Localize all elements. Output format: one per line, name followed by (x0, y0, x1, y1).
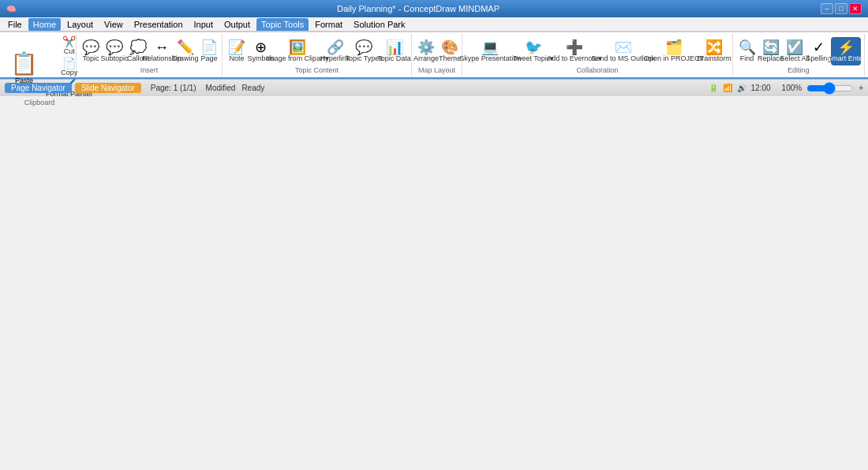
replace-button[interactable]: 🔄Replace (760, 39, 782, 63)
spelling-button[interactable]: ✓Spelling (807, 39, 829, 63)
topic-types-button[interactable]: 💬Topic Types (349, 39, 379, 63)
close-button[interactable]: ✕ (849, 3, 862, 14)
drawing-icon: ✏️ (177, 40, 194, 54)
menu-topic-tools[interactable]: Topic Tools (256, 18, 309, 31)
topic-icon: 💬 (82, 40, 99, 54)
menu-input[interactable]: Input (189, 18, 218, 31)
menu-layout[interactable]: Layout (62, 18, 98, 31)
topic-button[interactable]: 💬Topic (80, 39, 102, 63)
ribbon-group-insert1: 💬Topic 💬Subtopic 💭Callout ↔️Relationship… (77, 34, 223, 76)
ribbon-group-topic-content: 📝Note ⊕Symbols 🖼️Image from Clipart▾ 🔗Hy… (223, 34, 412, 76)
evernote-icon: ➕ (566, 40, 583, 54)
ribbon-group-map-layout: ⚙️Arrange 🎨Theme Map Layout (412, 34, 462, 76)
titlebar: 🧠 Daily Planning* - ConceptDraw MINDMAP … (0, 0, 868, 17)
ribbon-group-clipboard: 📋 Paste ✂️Cut 📄Copy 🖌️Format Painter Cli… (3, 34, 77, 76)
topic-content-buttons: 📝Note ⊕Symbols 🖼️Image from Clipart▾ 🔗Hy… (226, 35, 408, 66)
slide-navigator-button[interactable]: Slide Navigator (75, 83, 141, 93)
skype-button[interactable]: 💻Skype Presentation (466, 39, 514, 63)
copy-icon: 📄 (62, 58, 76, 69)
statusbar: Page Navigator Slide Navigator Page: 1 (… (0, 79, 868, 96)
topic-types-icon: 💬 (355, 40, 372, 54)
menu-home[interactable]: Home (28, 18, 61, 31)
note-button[interactable]: 📝Note (226, 39, 248, 63)
image-icon: 🖼️ (289, 40, 306, 54)
menu-presentation[interactable]: Presentation (129, 18, 188, 31)
menu-file[interactable]: File (3, 18, 27, 31)
paste-icon: 📋 (10, 50, 38, 76)
smart-enter-button[interactable]: ⚡ Smart Enter (831, 37, 861, 65)
cut-icon: ✂️ (62, 36, 76, 47)
tweet-button[interactable]: 🐦Tweet Topic▾ (516, 39, 551, 63)
sys-icon-battery: 🔋 (709, 84, 718, 92)
topic-data-button[interactable]: 📊Topic Data (380, 39, 408, 63)
window-title: Daily Planning* - ConceptDraw MINDMAP (16, 4, 821, 13)
drawing-button[interactable]: ✏️Drawing (174, 39, 196, 63)
subtopic-button[interactable]: 💬Subtopic (103, 39, 125, 63)
callout-icon: 💭 (129, 40, 147, 54)
relationship-icon: ↔️ (155, 40, 169, 54)
page-button[interactable]: 📄Page (198, 39, 220, 63)
skype-icon: 💻 (481, 40, 499, 54)
page-navigator-button[interactable]: Page Navigator (5, 83, 72, 93)
arrange-icon: ⚙️ (417, 40, 435, 54)
open-project-button[interactable]: 🗂️Open in PROJECT (650, 39, 698, 63)
ribbon-group-collaboration: 💻Skype Presentation 🐦Tweet Topic▾ ➕Add t… (462, 34, 732, 76)
page-icon: 📄 (200, 40, 218, 54)
ribbon-group-editing: 🔍Find 🔄Replace ☑️Select All ✓Spelling ⚡ … (733, 34, 865, 76)
outlook-button[interactable]: ✉️Send to MS Outlook (598, 39, 649, 63)
theme-button[interactable]: 🎨Theme (439, 39, 461, 63)
select-all-icon: ☑️ (786, 40, 803, 54)
replace-icon: 🔄 (762, 40, 780, 54)
find-icon: 🔍 (739, 40, 756, 54)
hyperlink-button[interactable]: 🔗Hyperlink (323, 39, 347, 63)
select-all-button[interactable]: ☑️Select All (784, 39, 806, 63)
ribbon-content: 📋 Paste ✂️Cut 📄Copy 🖌️Format Painter Cli… (0, 32, 868, 77)
ready-status: Ready (241, 84, 264, 92)
menubar: File Home Layout View Presentation Input… (0, 17, 868, 32)
ribbon: 📋 Paste ✂️Cut 📄Copy 🖌️Format Painter Cli… (0, 32, 868, 79)
sys-icon-sound: 🔊 (737, 84, 746, 92)
menu-output[interactable]: Output (219, 18, 255, 31)
menu-solution-park[interactable]: Solution Park (349, 18, 410, 31)
smart-enter-icon: ⚡ (837, 40, 855, 54)
image-from-clipart-button[interactable]: 🖼️Image from Clipart▾ (274, 39, 320, 63)
relationship-button[interactable]: ↔️Relationship (151, 39, 173, 63)
paste-button[interactable]: 📋 Paste (6, 49, 42, 86)
tweet-icon: 🐦 (525, 40, 542, 54)
zoom-in-button[interactable]: + (859, 84, 863, 92)
window-controls: – □ ✕ (821, 3, 862, 14)
hyperlink-icon: 🔗 (327, 40, 344, 54)
modified-status: Modified (206, 84, 236, 92)
open-project-icon: 🗂️ (665, 40, 683, 54)
sys-time: 12:00 (751, 84, 771, 92)
subtopic-icon: 💬 (106, 40, 123, 54)
theme-icon: 🎨 (441, 40, 458, 54)
menu-format[interactable]: Format (310, 18, 347, 31)
zoom-slider[interactable] (806, 82, 854, 95)
symbols-icon: ⊕ (255, 40, 267, 54)
evernote-button[interactable]: ➕Add to Evernote▾ (552, 39, 597, 63)
zoom-level: 100% (782, 84, 803, 92)
app-logo: 🧠 (6, 5, 16, 13)
topic-data-icon: 📊 (386, 40, 403, 54)
brainstorm-icon: 🔀 (705, 40, 723, 54)
insert1-buttons: 💬Topic 💬Subtopic 💭Callout ↔️Relationship… (80, 35, 219, 66)
note-icon: 📝 (228, 40, 245, 54)
spelling-icon: ✓ (813, 40, 825, 54)
outlook-icon: ✉️ (615, 40, 632, 54)
sys-icon-network: 📶 (723, 84, 732, 92)
arrange-button[interactable]: ⚙️Arrange (415, 39, 437, 63)
page-info: Page: 1 (1/1) (151, 84, 196, 92)
minimize-button[interactable]: – (821, 3, 833, 14)
menu-view[interactable]: View (99, 18, 128, 31)
find-button[interactable]: 🔍Find (736, 39, 758, 63)
brainstorm-button[interactable]: 🔀Brainstorm (699, 39, 728, 63)
maximize-button[interactable]: □ (835, 3, 847, 14)
